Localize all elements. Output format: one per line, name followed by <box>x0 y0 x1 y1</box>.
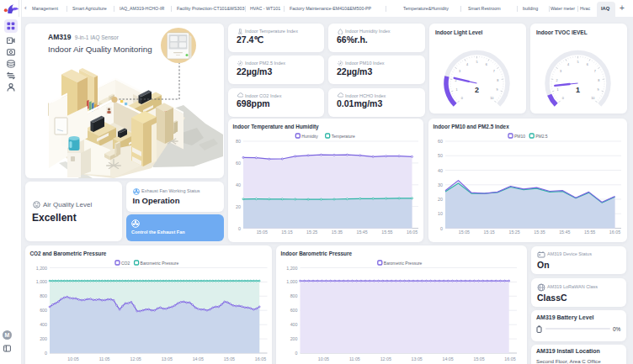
svg-text:3: 3 <box>560 70 561 73</box>
svg-text:4: 4 <box>466 63 468 66</box>
svg-text:5: 5 <box>577 61 578 64</box>
svg-text:400: 400 <box>40 322 47 327</box>
svg-text:0: 0 <box>238 225 241 230</box>
svg-text:14:05: 14:05 <box>193 356 204 361</box>
svg-text:50: 50 <box>438 153 443 158</box>
svg-text:PM10: PM10 <box>514 134 525 139</box>
svg-text:60: 60 <box>236 160 241 165</box>
svg-text:Indoor Barometric Pressure: Indoor Barometric Pressure <box>281 251 353 256</box>
svg-text:15:15: 15:15 <box>281 229 292 235</box>
svg-text:Barometric Pressure: Barometric Pressure <box>141 261 179 266</box>
svg-text:10: 10 <box>591 97 594 100</box>
svg-text:11:05: 11:05 <box>99 356 110 361</box>
svg-text:5: 5 <box>476 61 477 64</box>
svg-text:Humidity: Humidity <box>301 134 318 139</box>
svg-text:Indoor Light Level: Indoor Light Level <box>435 29 483 36</box>
svg-text:16:05: 16:05 <box>255 356 266 361</box>
svg-text:1,200: 1,200 <box>36 266 47 271</box>
svg-text:600: 600 <box>40 308 47 313</box>
svg-text:7: 7 <box>492 70 494 73</box>
svg-text:CO2 and Barometric Pressure: CO2 and Barometric Pressure <box>30 251 107 256</box>
svg-text:15:05: 15:05 <box>473 356 484 361</box>
svg-text:15:35: 15:35 <box>534 229 545 235</box>
svg-text:12:05: 12:05 <box>130 356 141 361</box>
svg-text:400: 400 <box>290 322 298 327</box>
svg-text:Indoor TVOC lEVEL: Indoor TVOC lEVEL <box>536 29 588 35</box>
svg-text:13:05: 13:05 <box>412 356 423 361</box>
svg-text:1,200: 1,200 <box>286 266 297 271</box>
svg-text:0: 0 <box>460 97 462 100</box>
svg-text:800: 800 <box>40 293 47 298</box>
svg-text:40: 40 <box>438 167 443 172</box>
svg-text:15:55: 15:55 <box>584 229 595 235</box>
svg-text:15:05: 15:05 <box>257 229 268 235</box>
svg-text:1,000: 1,000 <box>36 279 47 284</box>
svg-text:30: 30 <box>438 182 443 187</box>
svg-text:15:45: 15:45 <box>559 229 570 235</box>
svg-text:60: 60 <box>438 139 443 144</box>
svg-text:6: 6 <box>586 63 588 66</box>
svg-text:16:05: 16:05 <box>407 229 418 235</box>
svg-text:Indoor PM10 and PM2.5 Index: Indoor PM10 and PM2.5 Index <box>434 123 510 129</box>
svg-text:12:05: 12:05 <box>380 356 391 361</box>
svg-text:13:05: 13:05 <box>162 356 173 361</box>
svg-text:15:45: 15:45 <box>356 229 367 235</box>
svg-text:PM2.5: PM2.5 <box>535 134 548 139</box>
svg-text:0: 0 <box>295 351 298 356</box>
svg-text:1: 1 <box>575 86 579 94</box>
svg-text:10:05: 10:05 <box>318 356 329 361</box>
svg-text:80: 80 <box>236 139 241 144</box>
svg-text:15:05: 15:05 <box>224 356 235 361</box>
svg-text:8: 8 <box>497 79 498 82</box>
svg-text:20: 20 <box>236 203 241 208</box>
svg-text:15:25: 15:25 <box>508 229 519 235</box>
svg-text:7: 7 <box>593 70 595 73</box>
svg-text:0: 0 <box>561 97 563 100</box>
svg-text:CO2: CO2 <box>121 261 130 266</box>
svg-text:Temperature: Temperature <box>332 134 355 139</box>
svg-text:2: 2 <box>474 86 478 94</box>
svg-text:800: 800 <box>290 293 298 298</box>
svg-text:1: 1 <box>455 88 457 92</box>
svg-text:4: 4 <box>567 63 569 66</box>
svg-text:10: 10 <box>438 211 443 216</box>
svg-text:15:15: 15:15 <box>484 229 495 235</box>
svg-text:40: 40 <box>236 182 241 187</box>
svg-text:6: 6 <box>485 63 487 66</box>
svg-text:0: 0 <box>440 225 443 230</box>
svg-text:1,000: 1,000 <box>286 279 297 284</box>
svg-text:15:05: 15:05 <box>459 229 470 235</box>
svg-text:3: 3 <box>459 70 460 73</box>
svg-text:200: 200 <box>40 336 47 341</box>
svg-text:10:05: 10:05 <box>67 356 78 361</box>
svg-text:16:05: 16:05 <box>609 229 620 235</box>
svg-text:1: 1 <box>556 88 558 92</box>
svg-text:0: 0 <box>45 351 47 356</box>
svg-text:20: 20 <box>438 197 443 202</box>
svg-text:9: 9 <box>597 88 598 92</box>
svg-text:200: 200 <box>290 336 298 341</box>
svg-text:15:25: 15:25 <box>306 229 317 235</box>
svg-text:600: 600 <box>290 308 298 313</box>
svg-text:14:05: 14:05 <box>442 356 453 361</box>
svg-text:Barometric Pressure: Barometric Pressure <box>384 261 423 266</box>
svg-text:9: 9 <box>496 88 497 92</box>
svg-text:15:35: 15:35 <box>332 229 343 235</box>
svg-text:15:55: 15:55 <box>381 229 392 235</box>
svg-text:Indoor Temperature and Humidit: Indoor Temperature and Humidity <box>233 123 320 129</box>
svg-text:8: 8 <box>598 79 599 82</box>
svg-text:2: 2 <box>556 79 557 82</box>
svg-text:16:05: 16:05 <box>504 356 515 361</box>
svg-text:10: 10 <box>490 97 493 100</box>
svg-text:11:05: 11:05 <box>349 356 360 361</box>
